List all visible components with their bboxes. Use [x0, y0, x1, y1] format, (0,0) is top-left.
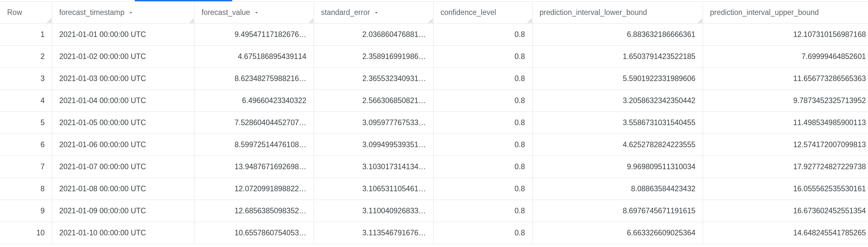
- cell-row: 4: [0, 90, 52, 112]
- cell-se: 3.106531105461…: [314, 178, 433, 200]
- cell-lo: 1.6503791423522185: [532, 46, 703, 68]
- cell-lo: 6.883632186666361: [532, 24, 703, 46]
- cell-ts: 2021-01-05 00:00:00 UTC: [52, 112, 194, 134]
- cell-cl: 0.8: [433, 68, 532, 90]
- cell-fv: 12.6856385098352…: [194, 200, 314, 222]
- header-row: Rowforecast_timestampforecast_valuestand…: [0, 2, 868, 24]
- cell-lo: 3.5586731031540455: [532, 112, 703, 134]
- column-header-label: confidence_level: [441, 8, 496, 17]
- cell-ts: 2021-01-08 00:00:00 UTC: [52, 178, 194, 200]
- cell-lo: 4.6252782824223555: [532, 134, 703, 156]
- dropdown-icon[interactable]: [373, 9, 380, 16]
- column-header-label: forecast_value: [202, 8, 250, 17]
- column-header-cl[interactable]: confidence_level: [433, 2, 532, 24]
- cell-row: 2: [0, 46, 52, 68]
- cell-hi: 9.7873452325713952: [703, 90, 868, 112]
- table-row[interactable]: 22021-01-02 00:00:00 UTC4.67518689543911…: [0, 46, 868, 68]
- column-header-hi[interactable]: prediction_interval_upper_bound: [703, 2, 868, 24]
- cell-cl: 0.8: [433, 200, 532, 222]
- column-header-row[interactable]: Row: [0, 2, 52, 24]
- column-resize-handle[interactable]: [427, 17, 433, 23]
- cell-cl: 0.8: [433, 24, 532, 46]
- cell-lo: 6.663326609025364: [532, 222, 703, 244]
- cell-fv: 7.52860404452707…: [194, 112, 314, 134]
- cell-ts: 2021-01-01 00:00:00 UTC: [52, 24, 194, 46]
- cell-cl: 0.8: [433, 134, 532, 156]
- cell-row: 9: [0, 200, 52, 222]
- dropdown-icon[interactable]: [253, 9, 260, 16]
- cell-se: 2.358916991986…: [314, 46, 433, 68]
- cell-lo: 5.5901922331989606: [532, 68, 703, 90]
- cell-hi: 7.69999464852601: [703, 46, 868, 68]
- cell-ts: 2021-01-07 00:00:00 UTC: [52, 156, 194, 178]
- cell-se: 3.099499539351…: [314, 134, 433, 156]
- cell-se: 3.113546791676…: [314, 222, 433, 244]
- column-resize-handle[interactable]: [697, 17, 703, 23]
- cell-row: 6: [0, 134, 52, 156]
- cell-cl: 0.8: [433, 112, 532, 134]
- cell-cl: 0.8: [433, 156, 532, 178]
- table-row[interactable]: 62021-01-06 00:00:00 UTC8.59972514476108…: [0, 134, 868, 156]
- column-resize-handle[interactable]: [46, 17, 52, 23]
- table-row[interactable]: 12021-01-01 00:00:00 UTC9.49547117182676…: [0, 24, 868, 46]
- cell-se: 3.103017314134…: [314, 156, 433, 178]
- cell-fv: 6.49660423340322: [194, 90, 314, 112]
- cell-cl: 0.8: [433, 90, 532, 112]
- cell-row: 5: [0, 112, 52, 134]
- cell-ts: 2021-01-03 00:00:00 UTC: [52, 68, 194, 90]
- cell-ts: 2021-01-04 00:00:00 UTC: [52, 90, 194, 112]
- table-row[interactable]: 52021-01-05 00:00:00 UTC7.52860404452707…: [0, 112, 868, 134]
- cell-fv: 8.59972514476108…: [194, 134, 314, 156]
- cell-se: 3.095977767533…: [314, 112, 433, 134]
- column-resize-handle[interactable]: [526, 17, 532, 23]
- table-row[interactable]: 72021-01-07 00:00:00 UTC13.9487671692698…: [0, 156, 868, 178]
- cell-row: 10: [0, 222, 52, 244]
- cell-fv: 12.0720991898822…: [194, 178, 314, 200]
- cell-row: 3: [0, 68, 52, 90]
- cell-fv: 4.675186895439114: [194, 46, 314, 68]
- column-header-label: Row: [7, 8, 22, 17]
- column-header-label: standard_error: [321, 8, 370, 17]
- cell-lo: 8.6976745671191615: [532, 200, 703, 222]
- cell-cl: 0.8: [433, 46, 532, 68]
- cell-se: 3.110040926833…: [314, 200, 433, 222]
- column-header-label: prediction_interval_upper_bound: [710, 8, 819, 17]
- cell-row: 1: [0, 24, 52, 46]
- table-row[interactable]: 102021-01-10 00:00:00 UTC10.655786075405…: [0, 222, 868, 244]
- table-row[interactable]: 92021-01-09 00:00:00 UTC12.6856385098352…: [0, 200, 868, 222]
- cell-hi: 17.927724827229738: [703, 156, 868, 178]
- column-header-lo[interactable]: prediction_interval_lower_bound: [532, 2, 703, 24]
- cell-se: 2.036860476881…: [314, 24, 433, 46]
- cell-hi: 11.656773286565363: [703, 68, 868, 90]
- cell-cl: 0.8: [433, 178, 532, 200]
- cell-row: 8: [0, 178, 52, 200]
- cell-ts: 2021-01-09 00:00:00 UTC: [52, 200, 194, 222]
- cell-cl: 0.8: [433, 222, 532, 244]
- cell-hi: 16.673602452551354: [703, 200, 868, 222]
- cell-ts: 2021-01-10 00:00:00 UTC: [52, 222, 194, 244]
- cell-hi: 14.648245541785265: [703, 222, 868, 244]
- table-row[interactable]: 32021-01-03 00:00:00 UTC8.62348275988216…: [0, 68, 868, 90]
- table-row[interactable]: 82021-01-08 00:00:00 UTC12.0720991898822…: [0, 178, 868, 200]
- cell-hi: 11.498534985900113: [703, 112, 868, 134]
- column-header-fv[interactable]: forecast_value: [194, 2, 314, 24]
- column-header-label: prediction_interval_lower_bound: [540, 8, 647, 17]
- cell-fv: 9.49547117182676…: [194, 24, 314, 46]
- cell-se: 2.365532340931…: [314, 68, 433, 90]
- column-resize-handle[interactable]: [308, 17, 314, 23]
- table-row[interactable]: 42021-01-04 00:00:00 UTC6.49660423340322…: [0, 90, 868, 112]
- column-header-label: forecast_timestamp: [59, 8, 125, 17]
- cell-hi: 16.055562535530161: [703, 178, 868, 200]
- cell-ts: 2021-01-06 00:00:00 UTC: [52, 134, 194, 156]
- cell-fv: 13.9487671692698…: [194, 156, 314, 178]
- cell-se: 2.566306850821…: [314, 90, 433, 112]
- column-resize-handle[interactable]: [188, 17, 194, 23]
- column-header-se[interactable]: standard_error: [314, 2, 433, 24]
- cell-lo: 3.2058632342350442: [532, 90, 703, 112]
- cell-ts: 2021-01-02 00:00:00 UTC: [52, 46, 194, 68]
- cell-row: 7: [0, 156, 52, 178]
- cell-lo: 9.969809511310034: [532, 156, 703, 178]
- dropdown-icon[interactable]: [128, 9, 134, 16]
- column-header-ts[interactable]: forecast_timestamp: [52, 2, 194, 24]
- cell-fv: 10.6557860754053…: [194, 222, 314, 244]
